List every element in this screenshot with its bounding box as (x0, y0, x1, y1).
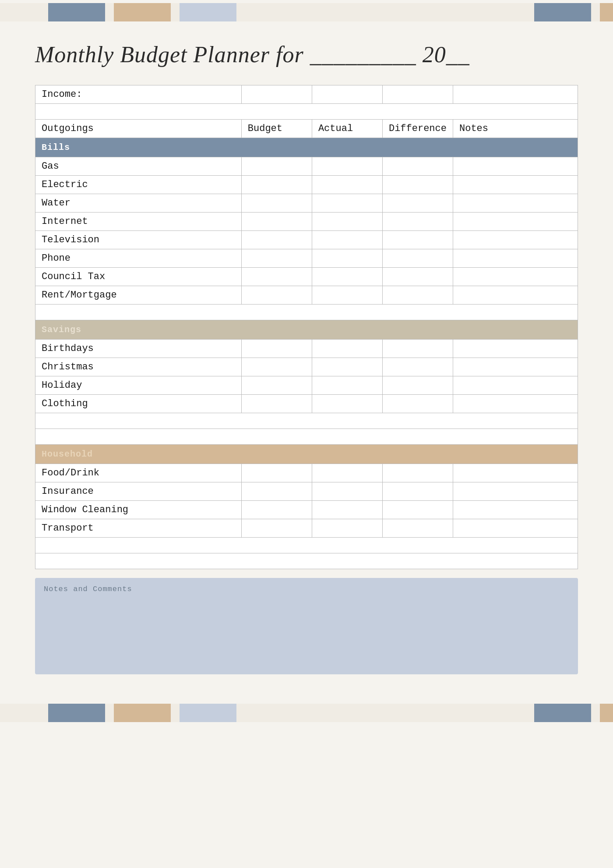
row-label-electric: Electric (35, 176, 242, 194)
transport-budget[interactable] (241, 519, 312, 538)
birthdays-actual[interactable] (312, 340, 382, 358)
holiday-budget[interactable] (241, 376, 312, 395)
water-diff[interactable] (382, 194, 453, 213)
food-notes[interactable] (453, 464, 578, 482)
empty-row-1 (35, 104, 578, 120)
christmas-notes[interactable] (453, 358, 578, 376)
birthdays-notes[interactable] (453, 340, 578, 358)
television-notes[interactable] (453, 231, 578, 249)
empty-cell (35, 413, 578, 429)
christmas-diff[interactable] (382, 358, 453, 376)
deco-block (0, 704, 48, 722)
row-label-television: Television (35, 231, 242, 249)
clothing-notes[interactable] (453, 395, 578, 413)
electric-diff[interactable] (382, 176, 453, 194)
insurance-budget[interactable] (241, 482, 312, 501)
rent-budget[interactable] (241, 286, 312, 305)
clothing-diff[interactable] (382, 395, 453, 413)
internet-notes[interactable] (453, 213, 578, 231)
insurance-diff[interactable] (382, 482, 453, 501)
birthdays-diff[interactable] (382, 340, 453, 358)
gas-diff[interactable] (382, 157, 453, 176)
christmas-budget[interactable] (241, 358, 312, 376)
income-diff-cell[interactable] (382, 85, 453, 104)
table-row: Television (35, 231, 578, 249)
row-label-insurance: Insurance (35, 482, 242, 501)
phone-budget[interactable] (241, 249, 312, 268)
clothing-actual[interactable] (312, 395, 382, 413)
television-actual[interactable] (312, 231, 382, 249)
deco-block (534, 3, 591, 21)
council-tax-notes[interactable] (453, 268, 578, 286)
rent-notes[interactable] (453, 286, 578, 305)
bottom-deco-bar (0, 701, 613, 725)
window-cleaning-budget[interactable] (241, 501, 312, 519)
transport-diff[interactable] (382, 519, 453, 538)
row-label-birthdays: Birthdays (35, 340, 242, 358)
birthdays-budget[interactable] (241, 340, 312, 358)
water-actual[interactable] (312, 194, 382, 213)
window-cleaning-actual[interactable] (312, 501, 382, 519)
gas-budget[interactable] (241, 157, 312, 176)
food-diff[interactable] (382, 464, 453, 482)
water-notes[interactable] (453, 194, 578, 213)
internet-budget[interactable] (241, 213, 312, 231)
electric-notes[interactable] (453, 176, 578, 194)
table-row: Phone (35, 249, 578, 268)
window-cleaning-notes[interactable] (453, 501, 578, 519)
holiday-actual[interactable] (312, 376, 382, 395)
deco-block (600, 3, 613, 21)
phone-actual[interactable] (312, 249, 382, 268)
holiday-diff[interactable] (382, 376, 453, 395)
council-tax-actual[interactable] (312, 268, 382, 286)
television-diff[interactable] (382, 231, 453, 249)
council-tax-diff[interactable] (382, 268, 453, 286)
clothing-budget[interactable] (241, 395, 312, 413)
transport-actual[interactable] (312, 519, 382, 538)
deco-block (245, 704, 302, 722)
deco-block (180, 3, 236, 21)
television-budget[interactable] (241, 231, 312, 249)
internet-diff[interactable] (382, 213, 453, 231)
phone-notes[interactable] (453, 249, 578, 268)
empty-row-2 (35, 305, 578, 320)
insurance-notes[interactable] (453, 482, 578, 501)
rent-actual[interactable] (312, 286, 382, 305)
deco-block (302, 704, 534, 722)
food-actual[interactable] (312, 464, 382, 482)
deco-block (302, 3, 534, 21)
transport-notes[interactable] (453, 519, 578, 538)
household-category-label: Household (35, 445, 578, 464)
phone-diff[interactable] (382, 249, 453, 268)
rent-diff[interactable] (382, 286, 453, 305)
row-label-water: Water (35, 194, 242, 213)
internet-actual[interactable] (312, 213, 382, 231)
main-content: Income: Outgoings Budget Actual Differen… (0, 81, 613, 687)
council-tax-budget[interactable] (241, 268, 312, 286)
electric-actual[interactable] (312, 176, 382, 194)
col-header-difference: Difference (382, 120, 453, 138)
income-budget-cell[interactable] (241, 85, 312, 104)
table-row: Clothing (35, 395, 578, 413)
empty-cell (35, 538, 578, 553)
deco-block (534, 704, 591, 722)
table-row: Christmas (35, 358, 578, 376)
gas-actual[interactable] (312, 157, 382, 176)
row-label-internet: Internet (35, 213, 242, 231)
christmas-actual[interactable] (312, 358, 382, 376)
income-notes-cell[interactable] (453, 85, 578, 104)
deco-block (591, 704, 600, 722)
water-budget[interactable] (241, 194, 312, 213)
food-budget[interactable] (241, 464, 312, 482)
insurance-actual[interactable] (312, 482, 382, 501)
col-header-actual: Actual (312, 120, 382, 138)
electric-budget[interactable] (241, 176, 312, 194)
window-cleaning-diff[interactable] (382, 501, 453, 519)
savings-category-label: Savings (35, 320, 578, 340)
empty-cell (35, 553, 578, 569)
income-actual-cell[interactable] (312, 85, 382, 104)
holiday-notes[interactable] (453, 376, 578, 395)
row-label-council-tax: Council Tax (35, 268, 242, 286)
col-header-budget: Budget (241, 120, 312, 138)
gas-notes[interactable] (453, 157, 578, 176)
